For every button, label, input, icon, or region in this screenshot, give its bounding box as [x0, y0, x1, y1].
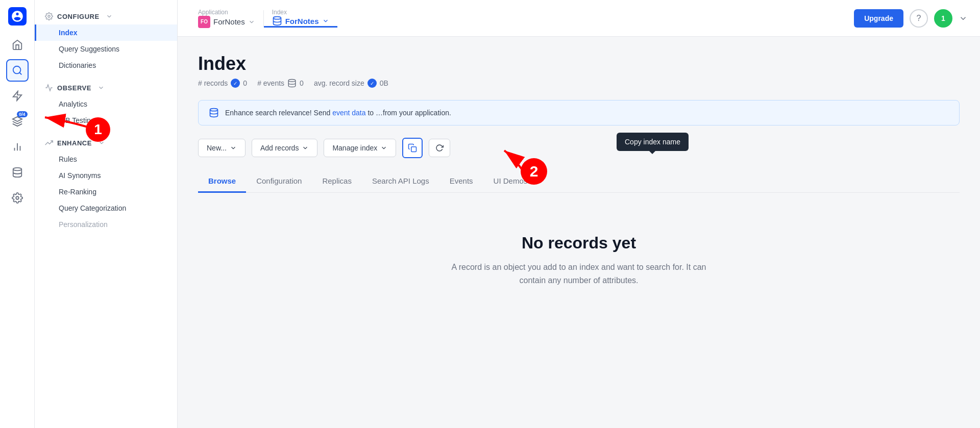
page-stats: # records ✓ 0 # events 0 avg. record siz…	[198, 79, 960, 88]
application-label: Application	[198, 9, 255, 16]
observe-label: OBSERVE	[57, 84, 91, 92]
observe-section[interactable]: OBSERVE	[35, 80, 177, 96]
sidebar-item-enhance[interactable]: 0/4	[6, 110, 29, 133]
events-stat: # events 0	[257, 79, 304, 88]
banner-text: Enhance search relevance! Send event dat…	[225, 109, 451, 117]
configure-section[interactable]: CONFIGURE	[35, 8, 177, 24]
records-check-icon: ✓	[231, 79, 240, 88]
application-icon: FO	[198, 16, 210, 28]
copy-index-name-button[interactable]	[402, 138, 423, 158]
sidebar-item-personalization[interactable]: Personalization	[35, 216, 177, 233]
sidebar-item-home[interactable]	[6, 34, 29, 56]
sidebar-item-re-ranking[interactable]: Re-Ranking	[35, 184, 177, 200]
svg-point-8	[16, 196, 19, 199]
tab-ui-demos[interactable]: UI Demos	[483, 170, 538, 193]
svg-point-1	[13, 66, 20, 74]
sidebar-item-database[interactable]	[6, 161, 29, 184]
events-db-icon	[287, 79, 297, 88]
tab-events[interactable]: Events	[439, 170, 483, 193]
sidebar-item-index[interactable]: Index	[35, 24, 177, 41]
sidebar-item-query-suggestions[interactable]: Query Suggestions	[35, 41, 177, 57]
add-records-button[interactable]: Add records	[252, 139, 317, 157]
sidebar-item-analytics[interactable]: Analytics	[35, 96, 177, 112]
main-wrapper: Application FO ForNotes Index ForNotes U…	[178, 0, 980, 428]
avg-size-stat: avg. record size ✓ 0B	[314, 79, 388, 88]
svg-point-10	[273, 17, 281, 19]
records-stat: # records ✓ 0	[198, 79, 247, 88]
manage-index-button[interactable]: Manage index	[324, 139, 396, 157]
tab-browse[interactable]: Browse	[198, 170, 246, 193]
tab-configuration[interactable]: Configuration	[246, 170, 312, 193]
svg-point-7	[13, 168, 21, 171]
upgrade-button[interactable]: Upgrade	[854, 9, 903, 28]
sidebar-item-dictionaries[interactable]: Dictionaries	[35, 57, 177, 73]
copy-tooltip: Copy index name	[617, 133, 689, 151]
avg-size-check-icon: ✓	[368, 79, 377, 88]
avg-size-value: 0B	[380, 79, 388, 87]
empty-title: No records yet	[208, 234, 949, 253]
sidebar-item-lightning[interactable]	[6, 85, 29, 107]
nav-right: Upgrade ? 1	[854, 9, 968, 28]
refresh-button[interactable]	[429, 139, 450, 157]
sidebar-item-rules[interactable]: Rules	[35, 151, 177, 167]
avg-size-label: avg. record size	[314, 79, 364, 87]
nav-chevron-icon[interactable]	[959, 14, 968, 23]
records-label: # records	[198, 79, 228, 87]
sidebar-item-ab-testing[interactable]: A/B Testing	[35, 112, 177, 129]
breadcrumb: Application FO ForNotes Index ForNotes	[190, 9, 854, 28]
events-value: 0	[300, 79, 304, 87]
records-value: 0	[243, 79, 247, 87]
top-nav: Application FO ForNotes Index ForNotes U…	[178, 0, 980, 37]
info-banner: Enhance search relevance! Send event dat…	[198, 100, 960, 125]
svg-point-12	[288, 80, 296, 82]
empty-state: No records yet A record is an object you…	[198, 213, 960, 307]
configure-label: CONFIGURE	[57, 13, 100, 20]
application-name: ForNotes	[213, 17, 245, 26]
sidebar-item-ai-synonyms[interactable]: AI Synonyms	[35, 167, 177, 184]
tab-search-api-logs[interactable]: Search API Logs	[362, 170, 439, 193]
svg-point-9	[48, 15, 50, 17]
index-name: ForNotes	[285, 17, 319, 26]
sidebar-item-query-categorization[interactable]: Query Categorization	[35, 200, 177, 216]
new-button[interactable]: New...	[198, 139, 246, 157]
banner-db-icon	[209, 108, 219, 118]
sidebar-item-search[interactable]	[6, 59, 29, 82]
tab-replicas[interactable]: Replicas	[312, 170, 362, 193]
empty-desc: A record is an object you add to an inde…	[451, 261, 706, 287]
sidebar-item-settings[interactable]	[6, 187, 29, 209]
application-crumb[interactable]: Application FO ForNotes	[190, 9, 263, 28]
banner-link[interactable]: event data	[332, 109, 365, 117]
page-title: Index	[198, 53, 960, 74]
tabs: Browse Configuration Replicas Search API…	[198, 170, 960, 193]
help-button[interactable]: ?	[910, 9, 928, 28]
enhance-label: ENHANCE	[57, 139, 92, 147]
index-crumb[interactable]: Index ForNotes	[264, 9, 337, 28]
svg-marker-3	[13, 91, 21, 100]
index-label: Index	[272, 9, 329, 16]
toolbar: New... Add records Manage index Copy ind…	[198, 138, 960, 158]
page-content: 1 Index # records ✓ 0 # events 0 avg. re…	[178, 37, 980, 428]
icon-bar: 0/4	[0, 0, 35, 428]
svg-line-2	[19, 72, 21, 74]
sidebar: CONFIGURE Index Query Suggestions Dictio…	[35, 0, 178, 428]
avatar[interactable]: 1	[934, 9, 952, 28]
logo[interactable]	[7, 6, 28, 27]
events-label: # events	[257, 79, 284, 87]
svg-rect-14	[411, 147, 416, 152]
enhance-section[interactable]: ENHANCE	[35, 135, 177, 151]
sidebar-item-analytics[interactable]	[6, 136, 29, 158]
svg-point-13	[210, 109, 218, 111]
enhance-badge: 0/4	[17, 111, 28, 117]
